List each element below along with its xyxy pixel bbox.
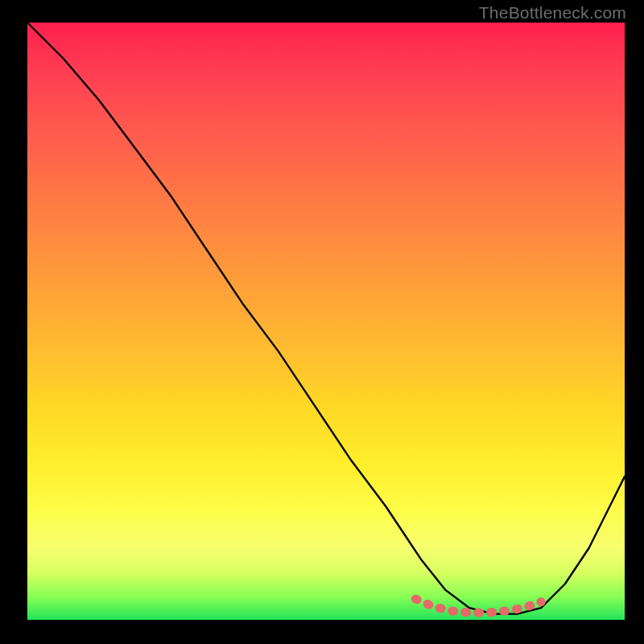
- highlight-segment: [415, 599, 541, 613]
- attribution-watermark: TheBottleneck.com: [479, 3, 626, 23]
- curve-overlay: [27, 23, 625, 620]
- chart-frame: TheBottleneck.com: [0, 0, 644, 644]
- bottleneck-curve: [27, 23, 625, 614]
